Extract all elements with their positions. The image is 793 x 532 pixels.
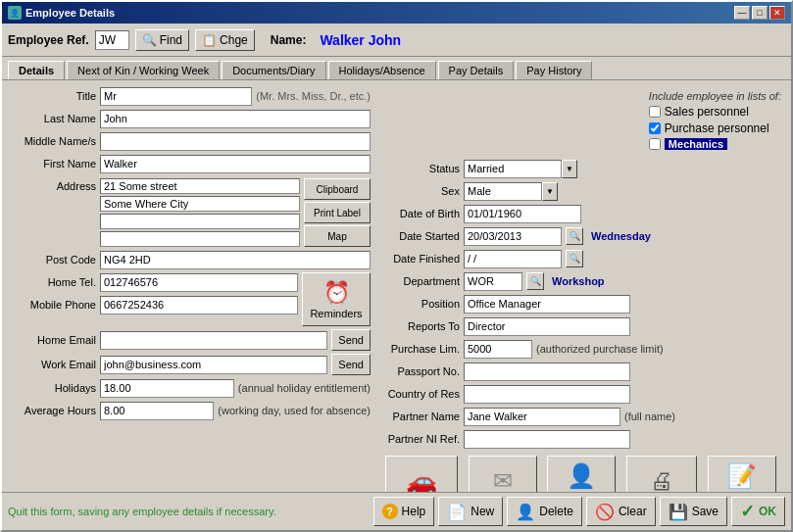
purchase-lim-input[interactable]: [464, 340, 532, 359]
map-button[interactable]: Map: [304, 225, 371, 247]
delete-icon: 👤: [516, 503, 535, 521]
sex-input[interactable]: [464, 182, 542, 201]
department-input[interactable]: [464, 272, 522, 291]
new-label: New: [471, 505, 494, 518]
close-button[interactable]: ✕: [769, 6, 785, 20]
help-button[interactable]: ? Help: [373, 497, 435, 526]
list-emails-button[interactable]: ✉ List Emails: [469, 456, 537, 492]
chge-button[interactable]: 📋 Chge: [195, 29, 255, 51]
ok-button[interactable]: ✓ OK: [731, 497, 785, 526]
employee-ref-input[interactable]: [95, 30, 129, 50]
save-icon: 💾: [669, 503, 688, 521]
maximize-button[interactable]: □: [752, 6, 768, 20]
print-label-button[interactable]: Print Label: [304, 202, 371, 223]
status-dropdown-arrow[interactable]: ▼: [562, 160, 577, 178]
holidays-input[interactable]: [100, 379, 234, 398]
tab-next-of-kin[interactable]: Next of Kin / Working Week: [67, 61, 220, 79]
ok-icon: ✓: [740, 501, 755, 522]
clear-button[interactable]: 🚫 Clear: [586, 497, 656, 526]
partner-ni-input[interactable]: [464, 430, 630, 449]
status-text: Quit this form, saving any employee deta…: [8, 506, 370, 517]
title-input[interactable]: [100, 87, 252, 106]
address4-input[interactable]: [100, 231, 300, 247]
sales-personnel-row: Sales personnel: [649, 105, 781, 119]
avg-hours-row: Average Hours (working day, used for abs…: [8, 401, 371, 420]
address2-input[interactable]: [100, 196, 300, 212]
clipboard-button[interactable]: Clipboard: [304, 178, 371, 200]
address1-input[interactable]: [100, 178, 300, 194]
date-finished-row: Date Finished 🔍: [376, 249, 785, 268]
partner-name-row: Partner Name (full name): [376, 407, 785, 426]
delete-button[interactable]: 👤 Delete: [507, 497, 582, 526]
tab-documents[interactable]: Documents/Diary: [222, 61, 325, 79]
title-label: Title: [8, 90, 96, 102]
save-button[interactable]: 💾 Save: [660, 497, 727, 526]
employee-name: Walker John: [320, 32, 401, 48]
position-row: Position: [376, 294, 785, 314]
department-search[interactable]: 🔍: [526, 272, 544, 290]
home-tel-input[interactable]: [100, 273, 298, 292]
status-input[interactable]: [464, 160, 562, 178]
work-email-send-button[interactable]: Send: [331, 354, 371, 375]
reports-to-input[interactable]: [464, 317, 630, 336]
partner-ni-label: Partner NI Ref.: [376, 433, 460, 445]
action-buttons: ? Help 📄 New 👤 Delete 🚫 Clear 💾 Sa: [373, 497, 785, 526]
employee-notes-icon: 📝: [727, 462, 757, 490]
last-name-label: Last Name: [8, 113, 96, 124]
first-name-input[interactable]: [100, 155, 371, 173]
country-row: Country of Res: [376, 384, 785, 404]
mechanics-checkbox[interactable]: [649, 138, 661, 150]
find-button[interactable]: 🔍 Find: [135, 29, 189, 51]
holidays-note: (annual holiday entitlement): [238, 382, 371, 394]
post-code-input[interactable]: [100, 251, 371, 269]
address3-input[interactable]: [100, 214, 300, 229]
list-vehicles-button[interactable]: 🚗 List Vehicles: [385, 456, 458, 492]
last-name-input[interactable]: [100, 110, 371, 128]
list-emails-icon: ✉: [493, 467, 513, 492]
position-input[interactable]: [464, 295, 630, 314]
mobile-phone-label: Mobile Phone: [8, 299, 96, 311]
new-button[interactable]: 📄 New: [438, 497, 503, 526]
mobile-phone-input[interactable]: [100, 296, 298, 314]
sales-checkbox[interactable]: [649, 106, 661, 118]
sex-dropdown-arrow[interactable]: ▼: [542, 182, 558, 201]
date-started-input[interactable]: [464, 227, 562, 246]
tab-holidays[interactable]: Holidays/Absence: [328, 61, 436, 79]
bottom-bar: Quit this form, saving any employee deta…: [2, 492, 791, 530]
home-email-send-button[interactable]: Send: [331, 329, 371, 351]
country-input[interactable]: [464, 385, 630, 404]
passport-row: Passport No.: [376, 362, 785, 381]
icon-buttons-area: 🚗 List Vehicles ✉ List Emails 👤 Images o…: [376, 452, 785, 492]
date-finished-search[interactable]: 🔍: [566, 250, 583, 267]
work-email-input[interactable]: [100, 356, 327, 374]
home-email-input[interactable]: [100, 331, 327, 350]
date-finished-input[interactable]: [464, 250, 562, 268]
clear-label: Clear: [619, 505, 647, 518]
department-row: Department 🔍 Workshop: [376, 271, 785, 291]
print-details-button[interactable]: 🖨 Print Details: [626, 456, 697, 492]
name-label: Name:: [271, 33, 307, 47]
date-started-search[interactable]: 🔍: [566, 227, 583, 245]
dob-row: Date of Birth: [376, 204, 785, 223]
tab-pay-details[interactable]: Pay Details: [438, 61, 515, 79]
address-row: Address Clipboard Print Label Map: [8, 178, 371, 247]
first-name-label: First Name: [8, 158, 96, 169]
avg-hours-input[interactable]: [100, 402, 214, 420]
chge-icon: 📋: [202, 33, 217, 47]
images-of-employee-button[interactable]: 👤 Images ofEmployee: [547, 456, 616, 492]
first-name-row: First Name: [8, 154, 371, 173]
tab-details[interactable]: Details: [8, 61, 65, 79]
contact-fields: Home Tel. Mobile Phone: [8, 272, 298, 314]
middle-names-input[interactable]: [100, 132, 371, 151]
purchase-checkbox[interactable]: [649, 122, 661, 134]
dob-input[interactable]: [464, 205, 581, 223]
purchase-lim-note: (authorized purchase limit): [536, 343, 664, 355]
minimize-button[interactable]: —: [734, 6, 750, 20]
partner-name-input[interactable]: [464, 408, 620, 426]
reminders-button[interactable]: ⏰ Reminders: [302, 272, 371, 326]
passport-input[interactable]: [464, 363, 630, 381]
employee-notes-button[interactable]: 📝 EmployeeNotes: [708, 456, 776, 492]
date-finished-label: Date Finished: [376, 253, 460, 265]
position-label: Position: [376, 298, 460, 310]
tab-pay-history[interactable]: Pay History: [516, 61, 592, 79]
